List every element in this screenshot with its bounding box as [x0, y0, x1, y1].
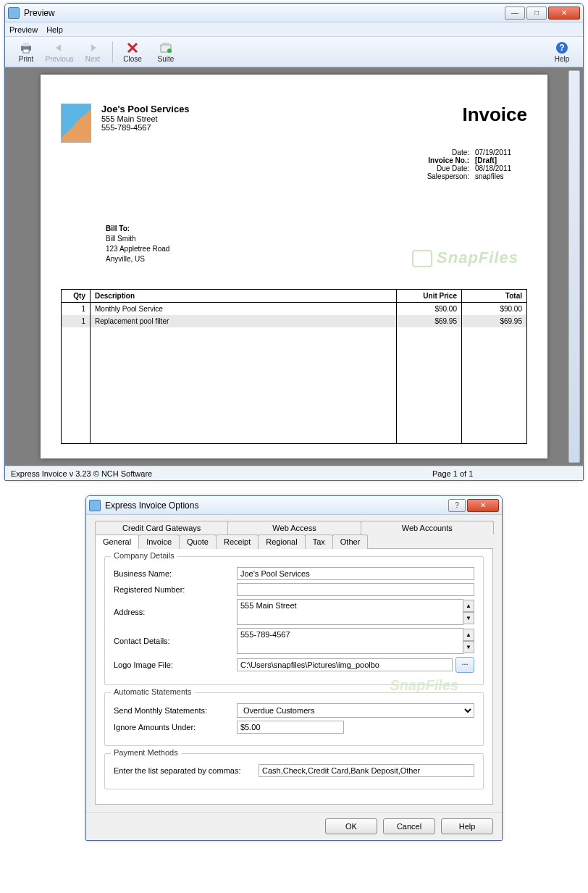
tab-quote[interactable]: Quote [179, 534, 217, 549]
label-ignore-under: Ignore Amounts Under: [114, 723, 237, 731]
label-contact: Contact Details: [114, 637, 237, 645]
suite-icon [159, 41, 173, 54]
col-unit-price: Unit Price [397, 290, 462, 303]
print-button[interactable]: Print [9, 38, 43, 66]
address-input[interactable]: 555 Main Street [237, 599, 463, 625]
browse-button[interactable]: ... [455, 657, 474, 673]
watermark: SnapFiles [390, 677, 458, 694]
company-phone: 555-789-4567 [101, 123, 190, 132]
send-monthly-select[interactable]: Overdue Customers [237, 703, 474, 718]
company-name: Joe's Pool Services [101, 104, 190, 114]
previous-button: Previous [43, 38, 76, 66]
toolbar-separator [112, 41, 113, 63]
ok-button[interactable]: OK [325, 818, 377, 834]
options-dialog: Express Invoice Options ? ✕ Credit Card … [85, 495, 503, 841]
line-items-table: Qty Description Unit Price Total 1 Month… [61, 289, 527, 444]
address-spinner[interactable]: ▲▼ [463, 600, 474, 624]
label-payment-list: Enter the list separated by commas: [114, 766, 259, 775]
svg-point-5 [167, 49, 172, 53]
app-icon [89, 500, 101, 511]
tab-regional[interactable]: Regional [258, 534, 305, 549]
minimize-button[interactable]: — [505, 7, 525, 20]
invoice-page: Joe's Pool Services 555 Main Street 555-… [41, 75, 547, 458]
help-icon: ? [555, 41, 569, 54]
logo-file-input[interactable] [237, 658, 453, 671]
label-business-name: Business Name: [114, 569, 237, 578]
next-button: Next [76, 38, 109, 66]
cancel-button[interactable]: Cancel [383, 818, 435, 834]
tab-invoice[interactable]: Invoice [138, 534, 180, 549]
x-icon [125, 41, 140, 54]
svg-text:?: ? [559, 43, 564, 53]
maximize-button[interactable]: □ [526, 7, 547, 20]
close-window-button[interactable]: ✕ [548, 7, 580, 20]
statusbar: Express Invoice v 3.23 © NCH Software Pa… [5, 466, 583, 480]
suite-button[interactable]: Suite [149, 38, 182, 66]
tab-cc-gateways[interactable]: Credit Card Gateways [95, 521, 228, 534]
menubar: Preview Help [5, 22, 583, 37]
printer-icon [19, 41, 33, 54]
dialog-title: Express Invoice Options [105, 500, 448, 511]
invoice-meta: Date:07/19/2011 Invoice No.:[Draft] Due … [61, 148, 527, 180]
dialog-close-button[interactable]: ✕ [467, 499, 499, 512]
menu-help[interactable]: Help [46, 25, 63, 34]
status-page: Page 1 of 1 [432, 469, 577, 478]
group-payment-methods: Payment Methods Enter the list separated… [104, 753, 484, 789]
tab-other[interactable]: Other [332, 534, 369, 549]
col-qty: Qty [62, 290, 91, 303]
toolbar: Print Previous Next Close Suite ? Help [5, 37, 583, 67]
company-address: 555 Main Street [101, 114, 190, 123]
table-row: 1 Monthly Pool Service $90.00 $90.00 [62, 303, 527, 316]
tab-tax[interactable]: Tax [305, 534, 333, 549]
ignore-under-input[interactable] [237, 721, 344, 734]
arrow-right-icon [85, 41, 100, 54]
preview-viewport[interactable]: Joe's Pool Services 555 Main Street 555-… [5, 67, 583, 466]
tab-web-access[interactable]: Web Access [227, 521, 361, 534]
business-name-input[interactable] [237, 567, 474, 580]
table-empty-space [62, 327, 527, 443]
col-desc: Description [91, 290, 397, 303]
contact-spinner[interactable]: ▲▼ [463, 629, 474, 653]
label-address: Address: [114, 608, 237, 616]
tabs-lower: General Invoice Quote Receipt Regional T… [95, 534, 493, 549]
svg-rect-2 [23, 49, 29, 53]
contact-input[interactable]: 555-789-4567 [237, 628, 463, 654]
dialog-buttons: OK Cancel Help [86, 812, 502, 840]
tab-general[interactable]: General [95, 534, 139, 549]
group-auto-statements: Automatic Statements Send Monthly Statem… [104, 692, 484, 746]
dialog-titlebar[interactable]: Express Invoice Options ? ✕ [86, 496, 502, 515]
tab-web-accounts[interactable]: Web Accounts [361, 521, 494, 534]
help-button[interactable]: Help [441, 818, 493, 834]
group-company-details: Company Details Business Name: Registere… [104, 556, 484, 685]
reg-number-input[interactable] [237, 583, 474, 596]
table-row: 1 Replacement pool filter $69.95 $69.95 [62, 315, 527, 327]
label-send-monthly: Send Monthly Statements: [114, 706, 237, 715]
payment-list-input[interactable] [259, 764, 474, 777]
tab-receipt[interactable]: Receipt [216, 534, 259, 549]
label-reg-number: Registered Number: [114, 585, 237, 594]
preview-window: Preview — □ ✕ Preview Help Print Previou… [4, 3, 584, 481]
svg-rect-1 [23, 43, 29, 46]
svg-rect-4 [162, 43, 169, 46]
dialog-help-button[interactable]: ? [448, 499, 466, 512]
help-button[interactable]: ? Help [545, 38, 579, 66]
menu-preview[interactable]: Preview [9, 25, 38, 34]
document-title: Invoice [462, 104, 527, 126]
tabs-upper: Credit Card Gateways Web Access Web Acco… [95, 521, 493, 534]
col-total: Total [462, 290, 527, 303]
watermark: SnapFiles [412, 248, 518, 267]
tab-panel-general: Company Details Business Name: Registere… [95, 548, 493, 805]
arrow-left-icon [52, 41, 67, 54]
window-title: Preview [24, 8, 505, 18]
status-version: Express Invoice v 3.23 © NCH Software [11, 469, 432, 478]
titlebar[interactable]: Preview — □ ✕ [5, 4, 583, 22]
app-icon [8, 7, 20, 19]
company-logo [61, 104, 91, 143]
close-button[interactable]: Close [116, 38, 149, 66]
label-logo-file: Logo Image File: [114, 661, 237, 669]
